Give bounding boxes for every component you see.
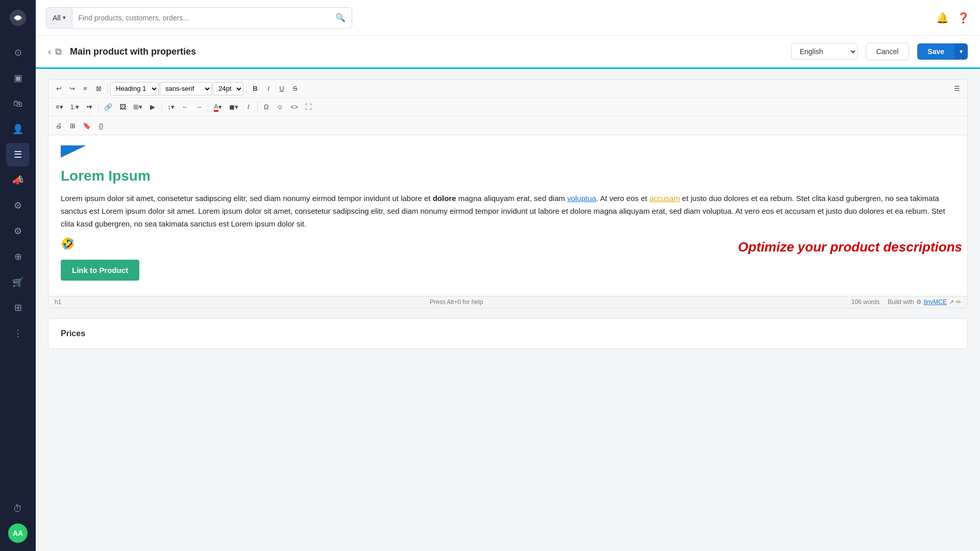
- braces-icon: {}: [99, 122, 104, 130]
- sidebar-item-customers[interactable]: 👤: [6, 117, 30, 141]
- print-button[interactable]: 🖨: [53, 119, 65, 132]
- sidebar-item-dashboard[interactable]: ⊙: [6, 41, 30, 64]
- italic-button[interactable]: I: [262, 82, 275, 95]
- table-icon: ⊞: [14, 302, 22, 313]
- sidebar: ⊙ ▣ 🛍 👤 ☰ 📣 ⚙ ⚙ ⊕ 🛒 ⊞ ⋮ ⏱ AA: [0, 0, 36, 551]
- bg-color-button[interactable]: ◼▾: [226, 101, 241, 114]
- unordered-list-button[interactable]: •▾: [83, 101, 95, 114]
- copy-icon[interactable]: ⧉: [55, 46, 62, 57]
- list-indent-button[interactable]: ≡: [79, 82, 91, 95]
- sidebar-bottom: ⏱ AA: [6, 497, 30, 551]
- app-logo[interactable]: [0, 0, 36, 36]
- sidebar-item-history[interactable]: ⏱: [6, 497, 30, 520]
- sidebar-item-add[interactable]: ⊕: [6, 245, 30, 268]
- redo-button[interactable]: ↪: [66, 82, 78, 95]
- editor-emoji: 🤣: [61, 237, 955, 251]
- ordered-list-button[interactable]: 1.▾: [67, 101, 83, 114]
- emoji-button[interactable]: ☺: [274, 101, 286, 114]
- avatar[interactable]: AA: [8, 523, 28, 543]
- link-accusam[interactable]: accusam: [649, 194, 680, 203]
- insert-media-button[interactable]: ▶: [146, 101, 159, 114]
- settings-icon: ⚙: [14, 200, 22, 211]
- media-icon: ▶: [150, 103, 155, 111]
- statusbar-path: h1: [55, 298, 61, 306]
- bookmark-button[interactable]: 🔖: [80, 119, 94, 132]
- special-chars-button[interactable]: Ω: [260, 101, 273, 114]
- undo-button[interactable]: ↩: [53, 82, 65, 95]
- underline-button[interactable]: U: [276, 82, 288, 95]
- code-icon: <>: [290, 103, 298, 111]
- campaigns-icon: 📣: [12, 174, 23, 186]
- sidebar-item-more[interactable]: ⋮: [6, 321, 30, 345]
- search-filter-chevron: ▾: [63, 14, 66, 21]
- sidebar-item-campaigns[interactable]: 📣: [6, 168, 30, 192]
- sidebar-nav: ⊙ ▣ 🛍 👤 ☰ 📣 ⚙ ⚙ ⊕ 🛒 ⊞ ⋮: [0, 36, 36, 497]
- sidebar-item-products[interactable]: 🛍: [6, 92, 30, 115]
- fullscreen-button[interactable]: ⛶: [302, 101, 315, 114]
- indent-button[interactable]: →: [192, 101, 205, 114]
- save-dropdown-button[interactable]: ▾: [954, 43, 968, 60]
- font-select[interactable]: sans-serif serif monospace: [160, 82, 212, 95]
- search-input[interactable]: [72, 14, 329, 22]
- table2-button[interactable]: ⊞: [66, 119, 79, 132]
- line-height-icon: ↕▾: [167, 103, 175, 111]
- font-size-select[interactable]: 24pt 12pt 18pt 36pt: [213, 82, 243, 95]
- sidebar-item-table[interactable]: ⊞: [6, 296, 30, 319]
- sidebar-item-settings[interactable]: ⚙: [6, 194, 30, 217]
- edit-icon[interactable]: ✏: [956, 298, 961, 306]
- bold-button[interactable]: B: [249, 82, 261, 95]
- toolbar-row-1: ↩ ↪ ≡ ⊠ Heading 1 Heading 2 Paragraph sa…: [48, 80, 967, 98]
- back-icon[interactable]: ‹: [48, 46, 51, 57]
- divider-3: [98, 102, 99, 112]
- line-height-button[interactable]: ↕▾: [164, 101, 178, 114]
- insert-image-button[interactable]: 🖼: [116, 101, 129, 114]
- insert-table-button[interactable]: ⊞▾: [130, 101, 145, 114]
- save-button-group: Save ▾: [917, 43, 968, 60]
- editor-content[interactable]: Lorem Ipsum Lorem ipsum dolor sit amet, …: [48, 135, 967, 296]
- divider-4: [161, 102, 162, 112]
- outdent-button[interactable]: ←: [179, 101, 191, 114]
- search-submit-button[interactable]: 🔍: [329, 8, 352, 28]
- heading-select[interactable]: Heading 1 Heading 2 Paragraph: [110, 82, 159, 95]
- divider-6: [257, 102, 258, 112]
- content-area: Many styling options ↩ ↪ ≡ ⊠ Heading 1 H…: [36, 69, 980, 551]
- lists-icon: ☰: [14, 149, 22, 160]
- braces-button[interactable]: {}: [95, 119, 107, 132]
- notifications-icon[interactable]: 🔔: [936, 12, 949, 24]
- cancel-button[interactable]: Cancel: [866, 43, 910, 60]
- sidebar-item-pages[interactable]: ▣: [6, 66, 30, 90]
- toolbar-row-2: ≡▾ 1.▾ •▾ 🔗 🖼 ⊞▾ ▶ ↕▾ ← → A▾ ◼▾ I: [48, 98, 967, 116]
- save-button[interactable]: Save: [917, 43, 954, 60]
- page-title: Main product with properties: [70, 46, 783, 57]
- statusbar-build: Build with ⚙ tinyMCE ↗ ✏: [888, 298, 961, 306]
- tinymce-icon: ⚙: [916, 298, 922, 306]
- strikethrough-button[interactable]: S: [289, 82, 301, 95]
- sidebar-item-settings2[interactable]: ⚙: [6, 219, 30, 243]
- emoji-icon: ☺: [277, 103, 283, 111]
- remove-format-button[interactable]: ⊠: [92, 82, 105, 95]
- language-select[interactable]: English German French Spanish: [791, 43, 857, 60]
- editor-heading[interactable]: Lorem Ipsum: [61, 168, 955, 184]
- code-button[interactable]: <>: [287, 101, 301, 114]
- divider-1: [107, 84, 108, 94]
- print-icon: 🖨: [56, 122, 62, 130]
- font-color-button[interactable]: A▾: [211, 101, 225, 114]
- prices-title: Prices: [61, 329, 955, 338]
- overflow-menu-button[interactable]: ☰: [951, 82, 963, 95]
- ordered-list-icon: 1.▾: [70, 103, 80, 111]
- table2-icon: ⊞: [70, 122, 76, 130]
- align-button[interactable]: ≡▾: [53, 101, 66, 114]
- outdent-icon: ←: [182, 103, 188, 111]
- link-to-product-button[interactable]: Link to Product: [61, 260, 139, 281]
- italic2-button[interactable]: I: [242, 101, 255, 114]
- sidebar-item-bag[interactable]: 🛒: [6, 270, 30, 294]
- editor-body[interactable]: Lorem ipsum dolor sit amet, consetetur s…: [61, 192, 955, 230]
- search-filter-button[interactable]: All ▾: [46, 8, 72, 28]
- help-icon[interactable]: ❓: [957, 12, 970, 24]
- sidebar-item-lists[interactable]: ☰: [6, 143, 30, 166]
- insert-link-button[interactable]: 🔗: [101, 101, 115, 114]
- search-filter-label: All: [53, 14, 61, 22]
- fullscreen-icon: ⛶: [305, 103, 312, 111]
- link-voluptua[interactable]: voluptua: [567, 194, 596, 203]
- unordered-list-icon: •▾: [87, 103, 93, 111]
